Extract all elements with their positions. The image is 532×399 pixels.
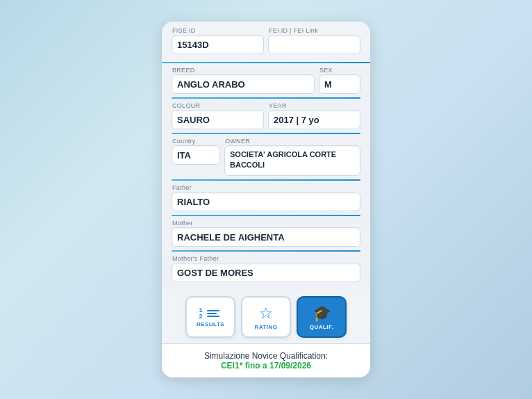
divider-1	[162, 62, 370, 63]
sex-field: SEX M	[319, 67, 360, 94]
mothers-father-label: Mother's Father	[172, 255, 360, 262]
rating-label: RATING	[254, 324, 277, 330]
country-field: Country ITA	[172, 138, 220, 176]
colour-field: COLOUR SAURO	[172, 102, 264, 129]
year-field: YEAR 2017 | 7 yo	[268, 102, 360, 129]
banner-highlight: CEI1* fino a 17/09/2026	[172, 361, 360, 370]
fei-id-value	[268, 35, 360, 54]
breed-label: BREED	[172, 67, 315, 74]
rating-button[interactable]: ☆ RATING	[241, 296, 291, 338]
colour-label: COLOUR	[172, 102, 264, 109]
divider-4	[172, 179, 360, 181]
fise-id-label: FISE ID	[172, 27, 264, 34]
fei-id-field: FEI ID | FEI Link	[268, 27, 360, 54]
divider-3	[172, 133, 360, 134]
owner-field: OWNER SOCIETA' AGRICOLA CORTE BACCOLI	[224, 138, 360, 176]
father-field: Father RIALTO	[172, 184, 360, 211]
year-label: YEAR	[268, 102, 360, 109]
horse-card: FISE ID 15143D FEI ID | FEI Link BREED A…	[162, 22, 370, 377]
breed-value: ANGLO ARABO	[172, 74, 315, 94]
bottom-banner: Simulazione Novice Qualification: CEI1* …	[162, 343, 370, 377]
action-buttons-row: 12 RESULTS ☆ RATING 🎓 QUALIF.	[162, 291, 370, 343]
banner-text: Simulazione Novice Qualification:	[172, 351, 360, 361]
owner-value: SOCIETA' AGRICOLA CORTE BACCOLI	[224, 145, 360, 176]
colour-value: SAURO	[172, 110, 264, 129]
fise-id-field: FISE ID 15143D	[172, 27, 264, 54]
divider-2	[172, 97, 360, 99]
results-button[interactable]: 12 RESULTS	[185, 296, 235, 338]
mothers-father-value: GOST DE MORES	[172, 263, 360, 282]
star-icon: ☆	[259, 304, 273, 323]
country-label: Country	[172, 138, 220, 145]
country-value: ITA	[172, 145, 220, 165]
father-value: RIALTO	[172, 192, 360, 211]
mothers-father-field: Mother's Father GOST DE MORES	[172, 255, 360, 282]
qualif-label: QUALIF.	[310, 324, 334, 330]
year-value: 2017 | 7 yo	[268, 110, 360, 129]
fei-id-label: FEI ID | FEI Link	[268, 27, 360, 34]
results-label: RESULTS	[197, 321, 224, 327]
father-label: Father	[172, 184, 360, 191]
fise-id-value: 15143D	[172, 35, 264, 54]
qualif-button[interactable]: 🎓 QUALIF.	[297, 296, 347, 338]
mother-value: RACHELE DE AIGHENTA	[172, 227, 360, 247]
owner-label: OWNER	[224, 138, 360, 145]
divider-6	[172, 250, 360, 252]
mother-label: Mother	[172, 220, 360, 227]
graduation-icon: 🎓	[313, 304, 331, 323]
results-icon: 12	[199, 307, 222, 320]
sex-label: SEX	[319, 67, 360, 74]
breed-field: BREED ANGLO ARABO	[172, 67, 315, 94]
divider-5	[172, 215, 360, 216]
sex-value: M	[319, 74, 360, 94]
mother-field: Mother RACHELE DE AIGHENTA	[172, 220, 360, 247]
